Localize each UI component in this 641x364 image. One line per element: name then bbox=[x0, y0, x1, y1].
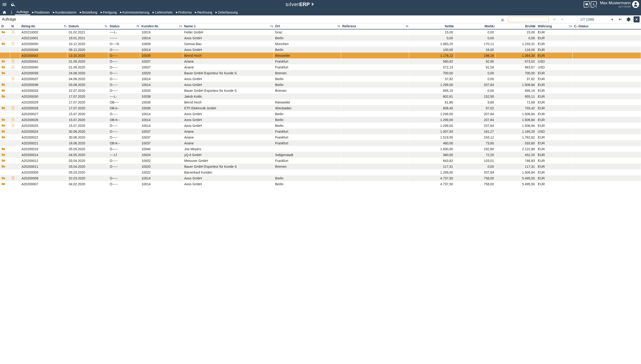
document-icon bbox=[12, 118, 15, 121]
table-row[interactable]: A2020004213.10.2020O-----10039Bernd Hoch… bbox=[0, 52, 641, 58]
table-row[interactable]: A2020005010.12.2020O----fz10009Gemsa Bau… bbox=[0, 41, 641, 47]
table-row[interactable]: A2020003924.08.2020O-----10020Bauer GmbH… bbox=[0, 70, 641, 76]
user-menu[interactable]: Max Mustermann yQ-it GmbH bbox=[598, 0, 641, 9]
column-header-d[interactable]: D bbox=[0, 23, 10, 29]
breadcrumb-item[interactable]: ▶Lieferschein bbox=[151, 10, 174, 15]
breadcrumb-item[interactable]: ▶Proforma bbox=[174, 10, 193, 15]
breadcrumb-item[interactable]: ▶Zeiterfassung bbox=[214, 10, 239, 15]
table-row[interactable]: A2020004909.12.2020O------10014Axos GmbH… bbox=[0, 47, 641, 52]
cell-datum: 05.05.2020 bbox=[67, 146, 108, 152]
column-header-netto[interactable]: Netto bbox=[409, 23, 455, 29]
cell-n bbox=[10, 105, 20, 111]
cell-referenz bbox=[341, 76, 409, 82]
cell-wahrung: EUR bbox=[536, 170, 573, 175]
settings-button[interactable] bbox=[624, 16, 632, 23]
table-row[interactable]: A2020002817.07.2020OB-k--10006ETF Elektr… bbox=[0, 105, 641, 111]
column-header-beleg[interactable]: Beleg-Nr. bbox=[20, 23, 67, 29]
first-page-button[interactable] bbox=[550, 16, 558, 23]
document-icon bbox=[12, 77, 15, 80]
table-row[interactable]: A2020002430.06.2020O-----10037ArianeFran… bbox=[0, 128, 641, 134]
breadcrumb-item[interactable]: ▶Kommissionierung bbox=[119, 10, 151, 15]
cell-netto: 1.299,00 bbox=[409, 82, 455, 88]
table-row[interactable]: A2020001103.04.2020O-----10020Bauer GmbH… bbox=[0, 164, 641, 170]
table-row[interactable]: A2020000905.03.202010022Barverkauf Kunde… bbox=[0, 170, 641, 175]
search-button[interactable] bbox=[9, 0, 18, 9]
cell-brutto: 1.364,30 bbox=[496, 52, 536, 58]
table-row[interactable]: A2020004001.09.2020O-----10037ArianeFran… bbox=[0, 64, 641, 70]
cell-datum: 17.07.2020 bbox=[67, 94, 108, 99]
breadcrumb-item[interactable]: ▶Positionen bbox=[31, 10, 51, 15]
column-header-kunden[interactable]: Kunden-Nr. bbox=[140, 23, 183, 29]
sort-icon bbox=[533, 24, 536, 28]
table-row[interactable]: A2020002917.07.2020OB----10039Bernd Hoch… bbox=[0, 99, 641, 105]
next-page-button[interactable] bbox=[608, 16, 616, 23]
column-header-ort[interactable]: Ort bbox=[274, 23, 341, 29]
column-header-cstatus[interactable]: C.-Status bbox=[573, 23, 641, 29]
cell-referenz bbox=[341, 105, 409, 111]
sort-icon bbox=[451, 24, 454, 28]
column-header-n[interactable]: N bbox=[10, 23, 20, 29]
menu-button[interactable] bbox=[0, 0, 9, 9]
document-icon bbox=[12, 30, 15, 34]
column-header-datum[interactable]: Datum bbox=[67, 23, 108, 29]
column-label: Status bbox=[109, 24, 120, 28]
table-row[interactable]: A2020002515.07.2020O-----10014Axos GmbHB… bbox=[0, 123, 641, 128]
cell-n bbox=[10, 76, 20, 82]
breadcrumb-item[interactable]: Aufträge bbox=[15, 9, 30, 15]
cell-kunden: 10006 bbox=[140, 105, 183, 111]
badge-currency[interactable]: € 11 bbox=[591, 2, 597, 8]
breadcrumb-item[interactable]: ▶Bestellung bbox=[78, 10, 99, 15]
column-header-mwst[interactable]: MwSt. bbox=[455, 23, 496, 29]
column-header-wahrung[interactable]: Währung bbox=[536, 23, 573, 29]
column-header-status[interactable]: Status bbox=[108, 23, 140, 29]
user-icon bbox=[633, 2, 638, 7]
table-row[interactable]: A2020002116.06.2020OB-K--10037ArianeFran… bbox=[0, 140, 641, 146]
badge-screen[interactable]: 1 bbox=[584, 2, 590, 8]
cell-status: ----L- bbox=[108, 94, 140, 99]
table-row[interactable]: A2020004101.09.2020O-----10037ArianeFran… bbox=[0, 58, 641, 64]
cell-status: O----- bbox=[108, 181, 140, 187]
breadcrumb-label: Rechnung bbox=[197, 10, 212, 14]
table-row[interactable]: A2020002715.07.2020O-----10014Axos GmbHB… bbox=[0, 111, 641, 117]
close-button[interactable] bbox=[633, 16, 639, 22]
breadcrumb-item[interactable]: ▶Rechnung bbox=[193, 10, 213, 15]
table-row[interactable]: A2020003322.07.2020O-----10020Bauer GmbH… bbox=[0, 88, 641, 94]
table-row[interactable]: A2020003603.08.2020O-----10014Axos GmbHB… bbox=[0, 82, 641, 88]
cell-mwst: 0,00 bbox=[455, 76, 496, 82]
more-button[interactable] bbox=[8, 10, 15, 14]
cell-cstatus bbox=[573, 181, 641, 187]
cell-beleg: A20200008 bbox=[20, 175, 67, 181]
cell-wahrung: EUR bbox=[536, 111, 573, 117]
cell-cstatus bbox=[573, 35, 641, 41]
cell-datum: 30.06.2020 bbox=[67, 128, 108, 134]
download-button[interactable] bbox=[499, 16, 507, 23]
table-container[interactable]: DNBeleg-Nr.DatumStatusKunden-Nr.Name 1Or… bbox=[0, 23, 641, 364]
breadcrumb-item[interactable]: ▶Fertigung bbox=[99, 10, 118, 15]
table-row[interactable]: A2020000802.03.2020O-----10014Axos GmbHB… bbox=[0, 175, 641, 181]
column-header-referenz[interactable]: Referenz bbox=[341, 23, 409, 29]
table-row[interactable]: A2021000119.01.2021-------10014Axos GmbH… bbox=[0, 35, 641, 41]
table-row[interactable]: A2021000201.02.2021----L-10019Fetter Gmb… bbox=[0, 29, 641, 35]
column-header-name1[interactable]: Name 1 bbox=[183, 23, 274, 29]
table-row[interactable]: A2020002615.07.2020OB-K--10014Axos GmbHB… bbox=[0, 117, 641, 123]
table-row[interactable]: A2020001203.04.2020O-----10002Meissner G… bbox=[0, 158, 641, 164]
cell-mwst: 207,84 bbox=[455, 117, 496, 123]
notification-badges: 1 € 11 bbox=[582, 0, 598, 9]
breadcrumb-item[interactable]: ▶Kundenstamm bbox=[52, 10, 78, 15]
prev-page-button[interactable] bbox=[558, 16, 566, 23]
last-page-button[interactable] bbox=[616, 16, 624, 23]
cell-wahrung: EUR bbox=[536, 35, 573, 41]
cell-ort bbox=[274, 170, 341, 175]
table-row[interactable]: A2020000704.02.2020O-----10014Axos GmbHB… bbox=[0, 181, 641, 187]
cell-ort: Berlin bbox=[274, 175, 341, 181]
search-input[interactable] bbox=[508, 16, 549, 22]
cell-mwst: 161,27 bbox=[455, 128, 496, 134]
table-row[interactable]: A2020003017.07.2020----L-10038Jakob Kodi… bbox=[0, 94, 641, 99]
table-row[interactable]: A2020002230.06.2020O-----10037ArianeFran… bbox=[0, 134, 641, 140]
home-button[interactable] bbox=[1, 10, 8, 14]
cell-netto: 643,82 bbox=[409, 158, 455, 164]
table-row[interactable]: A2020001404.05.2020----Lf10024yQ-it GmbH… bbox=[0, 152, 641, 158]
table-row[interactable]: A2020003704.08.2020O-----10014Axos GmbHB… bbox=[0, 76, 641, 82]
column-header-brutto[interactable]: Brutto bbox=[496, 23, 536, 29]
table-row[interactable]: A2020001605.05.2020O-----10040Joe Meyers… bbox=[0, 146, 641, 152]
